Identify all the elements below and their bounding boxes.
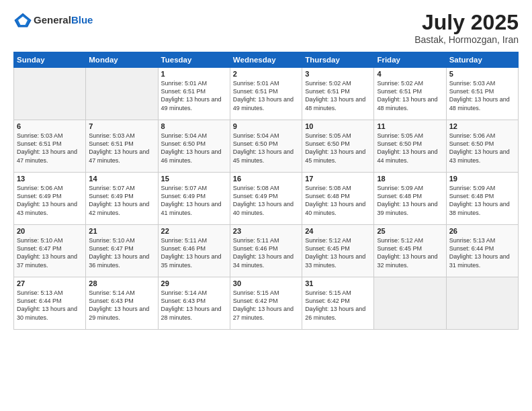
day-header-sunday: Sunday (14, 52, 86, 68)
logo-icon (13, 11, 32, 30)
day-number: 4 (377, 70, 443, 78)
calendar-cell: 23Sunrise: 5:11 AMSunset: 6:46 PMDayligh… (230, 225, 302, 277)
day-number: 17 (305, 175, 371, 183)
header: GeneralBlue July 2025 Bastak, Hormozgan,… (13, 11, 519, 45)
cell-info: Sunrise: 5:14 AMSunset: 6:43 PMDaylight:… (161, 289, 227, 322)
cell-info: Sunrise: 5:03 AMSunset: 6:51 PMDaylight:… (89, 132, 154, 165)
week-row-4: 27Sunrise: 5:13 AMSunset: 6:44 PMDayligh… (14, 277, 519, 330)
day-number: 25 (377, 227, 443, 235)
cell-info: Sunrise: 5:08 AMSunset: 6:49 PMDaylight:… (233, 184, 299, 217)
logo-general: General (34, 14, 71, 26)
cell-info: Sunrise: 5:02 AMSunset: 6:51 PMDaylight:… (377, 79, 443, 112)
calendar-cell: 12Sunrise: 5:06 AMSunset: 6:50 PMDayligh… (446, 120, 518, 173)
day-number: 21 (89, 227, 154, 235)
day-number: 9 (233, 122, 299, 130)
day-number: 7 (89, 122, 154, 130)
cell-info: Sunrise: 5:08 AMSunset: 6:48 PMDaylight:… (305, 184, 371, 217)
cell-info: Sunrise: 5:04 AMSunset: 6:50 PMDaylight:… (161, 132, 227, 165)
cell-info: Sunrise: 5:05 AMSunset: 6:50 PMDaylight:… (377, 132, 443, 165)
cell-info: Sunrise: 5:04 AMSunset: 6:50 PMDaylight:… (233, 132, 299, 165)
day-header-monday: Monday (86, 52, 158, 68)
calendar-cell: 8Sunrise: 5:04 AMSunset: 6:50 PMDaylight… (158, 120, 230, 173)
day-header-tuesday: Tuesday (158, 52, 230, 68)
cell-info: Sunrise: 5:07 AMSunset: 6:49 PMDaylight:… (89, 184, 154, 217)
calendar-cell: 17Sunrise: 5:08 AMSunset: 6:48 PMDayligh… (302, 173, 374, 225)
cell-info: Sunrise: 5:13 AMSunset: 6:44 PMDaylight:… (17, 289, 83, 322)
day-number: 20 (17, 227, 83, 235)
day-number: 15 (161, 175, 227, 183)
calendar-cell: 21Sunrise: 5:10 AMSunset: 6:47 PMDayligh… (86, 225, 158, 277)
day-number: 14 (89, 175, 154, 183)
day-number: 29 (161, 279, 227, 287)
cell-info: Sunrise: 5:07 AMSunset: 6:49 PMDaylight:… (161, 184, 227, 217)
day-number: 12 (449, 122, 515, 130)
cell-info: Sunrise: 5:06 AMSunset: 6:49 PMDaylight:… (17, 184, 83, 217)
day-header-row: SundayMondayTuesdayWednesdayThursdayFrid… (14, 52, 519, 68)
cell-info: Sunrise: 5:15 AMSunset: 6:42 PMDaylight:… (305, 289, 371, 322)
cell-info: Sunrise: 5:06 AMSunset: 6:50 PMDaylight:… (449, 132, 515, 165)
calendar-cell: 27Sunrise: 5:13 AMSunset: 6:44 PMDayligh… (14, 277, 86, 330)
cell-info: Sunrise: 5:09 AMSunset: 6:48 PMDaylight:… (377, 184, 443, 217)
calendar-cell: 7Sunrise: 5:03 AMSunset: 6:51 PMDaylight… (86, 120, 158, 173)
calendar-cell: 18Sunrise: 5:09 AMSunset: 6:48 PMDayligh… (374, 173, 446, 225)
logo-blue: Blue (71, 14, 93, 26)
day-number: 2 (233, 70, 299, 78)
calendar-cell: 25Sunrise: 5:12 AMSunset: 6:45 PMDayligh… (374, 225, 446, 277)
day-number: 19 (449, 175, 515, 183)
day-number: 5 (449, 70, 515, 78)
day-number: 11 (377, 122, 443, 130)
week-row-3: 20Sunrise: 5:10 AMSunset: 6:47 PMDayligh… (14, 225, 519, 277)
calendar-cell: 15Sunrise: 5:07 AMSunset: 6:49 PMDayligh… (158, 173, 230, 225)
logo: GeneralBlue (13, 11, 93, 30)
calendar-cell: 13Sunrise: 5:06 AMSunset: 6:49 PMDayligh… (14, 173, 86, 225)
calendar-page: GeneralBlue July 2025 Bastak, Hormozgan,… (0, 0, 532, 411)
day-number: 26 (449, 227, 515, 235)
calendar-cell: 31Sunrise: 5:15 AMSunset: 6:42 PMDayligh… (302, 277, 374, 330)
cell-info: Sunrise: 5:10 AMSunset: 6:47 PMDaylight:… (89, 236, 154, 269)
calendar-cell: 20Sunrise: 5:10 AMSunset: 6:47 PMDayligh… (14, 225, 86, 277)
calendar-cell (14, 68, 86, 120)
day-number: 13 (17, 175, 83, 183)
calendar-cell: 4Sunrise: 5:02 AMSunset: 6:51 PMDaylight… (374, 68, 446, 120)
day-number: 24 (305, 227, 371, 235)
cell-info: Sunrise: 5:02 AMSunset: 6:51 PMDaylight:… (305, 79, 371, 112)
cell-info: Sunrise: 5:01 AMSunset: 6:51 PMDaylight:… (161, 79, 227, 112)
day-number: 22 (161, 227, 227, 235)
day-number: 8 (161, 122, 227, 130)
day-number: 1 (161, 70, 227, 78)
week-row-0: 1Sunrise: 5:01 AMSunset: 6:51 PMDaylight… (14, 68, 519, 120)
calendar-cell: 11Sunrise: 5:05 AMSunset: 6:50 PMDayligh… (374, 120, 446, 173)
calendar-table: SundayMondayTuesdayWednesdayThursdayFrid… (13, 52, 519, 330)
day-header-friday: Friday (374, 52, 446, 68)
calendar-cell: 5Sunrise: 5:03 AMSunset: 6:51 PMDaylight… (446, 68, 518, 120)
calendar-cell: 9Sunrise: 5:04 AMSunset: 6:50 PMDaylight… (230, 120, 302, 173)
day-number: 16 (233, 175, 299, 183)
calendar-cell: 2Sunrise: 5:01 AMSunset: 6:51 PMDaylight… (230, 68, 302, 120)
calendar-cell: 19Sunrise: 5:09 AMSunset: 6:48 PMDayligh… (446, 173, 518, 225)
cell-info: Sunrise: 5:12 AMSunset: 6:45 PMDaylight:… (305, 236, 371, 269)
day-header-saturday: Saturday (446, 52, 518, 68)
day-number: 10 (305, 122, 371, 130)
day-number: 30 (233, 279, 299, 287)
calendar-title: July 2025 (414, 11, 519, 34)
day-number: 6 (17, 122, 83, 130)
calendar-cell: 3Sunrise: 5:02 AMSunset: 6:51 PMDaylight… (302, 68, 374, 120)
calendar-cell: 30Sunrise: 5:15 AMSunset: 6:42 PMDayligh… (230, 277, 302, 330)
cell-info: Sunrise: 5:10 AMSunset: 6:47 PMDaylight:… (17, 236, 83, 269)
calendar-cell: 1Sunrise: 5:01 AMSunset: 6:51 PMDaylight… (158, 68, 230, 120)
calendar-cell: 26Sunrise: 5:13 AMSunset: 6:44 PMDayligh… (446, 225, 518, 277)
cell-info: Sunrise: 5:13 AMSunset: 6:44 PMDaylight:… (449, 236, 515, 269)
day-number: 28 (89, 279, 154, 287)
calendar-cell: 10Sunrise: 5:05 AMSunset: 6:50 PMDayligh… (302, 120, 374, 173)
cell-info: Sunrise: 5:14 AMSunset: 6:43 PMDaylight:… (89, 289, 154, 322)
week-row-2: 13Sunrise: 5:06 AMSunset: 6:49 PMDayligh… (14, 173, 519, 225)
calendar-cell: 22Sunrise: 5:11 AMSunset: 6:46 PMDayligh… (158, 225, 230, 277)
calendar-cell: 29Sunrise: 5:14 AMSunset: 6:43 PMDayligh… (158, 277, 230, 330)
day-number: 3 (305, 70, 371, 78)
cell-info: Sunrise: 5:15 AMSunset: 6:42 PMDaylight:… (233, 289, 299, 322)
cell-info: Sunrise: 5:05 AMSunset: 6:50 PMDaylight:… (305, 132, 371, 165)
cell-info: Sunrise: 5:03 AMSunset: 6:51 PMDaylight:… (449, 79, 515, 112)
cell-info: Sunrise: 5:03 AMSunset: 6:51 PMDaylight:… (17, 132, 83, 165)
calendar-cell (86, 68, 158, 120)
calendar-cell (374, 277, 446, 330)
